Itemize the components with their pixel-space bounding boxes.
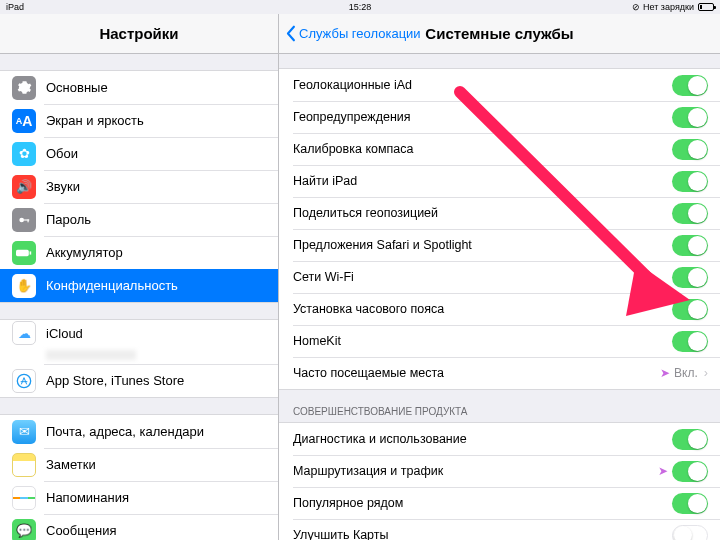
svg-point-0 (19, 217, 24, 222)
row-routing-traffic[interactable]: Маршрутизация и трафик➤ (279, 455, 720, 487)
sidebar-header: Настройки (0, 14, 278, 54)
row-geoalerts[interactable]: Геопредупреждения (279, 101, 720, 133)
sidebar-scroll[interactable]: Основные AA Экран и яркость ✿ Обои 🔊 Зву… (0, 54, 278, 540)
sidebar-item-sounds[interactable]: 🔊 Звуки (0, 170, 278, 203)
svg-rect-4 (30, 251, 32, 254)
sidebar-item-label: App Store, iTunes Store (46, 373, 266, 388)
switch-popular-near[interactable] (672, 493, 708, 514)
switch-wifi[interactable] (672, 267, 708, 288)
switch-timezone[interactable] (672, 299, 708, 320)
back-label: Службы геолокации (299, 26, 421, 41)
sidebar-group-cloud: ☁ iCloud App Store, iTunes Store (0, 319, 278, 398)
flower-icon: ✿ (12, 142, 36, 166)
switch-improve-maps[interactable] (672, 525, 708, 541)
switch-findmy[interactable] (672, 171, 708, 192)
system-services-group: Геолокационные iAd Геопредупреждения Кал… (279, 68, 720, 390)
sidebar-item-label: iCloud (46, 326, 266, 341)
battery-full-icon (12, 241, 36, 265)
messages-icon: 💬 (12, 519, 36, 541)
appstore-icon (12, 369, 36, 393)
hand-icon: ✋ (12, 274, 36, 298)
row-compass[interactable]: Калибровка компаса (279, 133, 720, 165)
row-iad[interactable]: Геолокационные iAd (279, 69, 720, 101)
letter-a-icon: AA (12, 109, 36, 133)
sidebar-item-battery[interactable]: Аккумулятор (0, 236, 278, 269)
location-arrow-icon: ➤ (660, 366, 670, 380)
section-header-product-improvement: СОВЕРШЕНСТВОВАНИЕ ПРОДУКТА (279, 390, 720, 422)
sidebar-item-messages[interactable]: 💬 Сообщения (0, 514, 278, 540)
chevron-right-icon: › (704, 366, 708, 380)
sidebar-item-label: Звуки (46, 179, 266, 194)
reminders-icon (12, 486, 36, 510)
sidebar-item-display[interactable]: AA Экран и яркость (0, 104, 278, 137)
device-label: iPad (6, 2, 24, 12)
svg-rect-2 (28, 219, 29, 222)
sidebar-item-privacy[interactable]: ✋ Конфиденциальность (0, 269, 278, 302)
status-bar: iPad 15:28 ⊘ Нет зарядки (0, 0, 720, 14)
icloud-account-label (46, 350, 136, 360)
sidebar-item-reminders[interactable]: Напоминания (0, 481, 278, 514)
settings-sidebar: Настройки Основные AA Экран и яркость ✿ … (0, 14, 279, 540)
row-safari-spotlight[interactable]: Предложения Safari и Spotlight (279, 229, 720, 261)
mail-icon: ✉ (12, 420, 36, 444)
notes-icon (12, 453, 36, 477)
detail-scroll[interactable]: Геолокационные iAd Геопредупреждения Кал… (279, 54, 720, 540)
row-frequent-locations[interactable]: Часто посещаемые места ➤ Вкл. › (279, 357, 720, 389)
location-arrow-icon: ➤ (658, 464, 668, 478)
switch-safari-spotlight[interactable] (672, 235, 708, 256)
switch-compass[interactable] (672, 139, 708, 160)
sidebar-item-mail[interactable]: ✉ Почта, адреса, календари (0, 415, 278, 448)
back-button[interactable]: Службы геолокации (285, 14, 421, 53)
key-icon (12, 208, 36, 232)
row-homekit[interactable]: HomeKit (279, 325, 720, 357)
sidebar-item-label: Заметки (46, 457, 266, 472)
sidebar-item-general[interactable]: Основные (0, 71, 278, 104)
not-charging-icon: ⊘ (632, 2, 640, 12)
sidebar-item-passcode[interactable]: Пароль (0, 203, 278, 236)
row-detail-value: Вкл. (674, 366, 698, 380)
sidebar-item-notes[interactable]: Заметки (0, 448, 278, 481)
row-wifi[interactable]: Сети Wi-Fi (279, 261, 720, 293)
switch-iad[interactable] (672, 75, 708, 96)
sidebar-item-label: Обои (46, 146, 266, 161)
sidebar-item-label: Пароль (46, 212, 266, 227)
row-timezone[interactable]: Установка часового пояса (279, 293, 720, 325)
product-improvement-group: Диагностика и использование Маршрутизаци… (279, 422, 720, 540)
detail-header: Службы геолокации Системные службы (279, 14, 720, 54)
speaker-icon: 🔊 (12, 175, 36, 199)
sidebar-title: Настройки (99, 25, 178, 42)
row-popular-near[interactable]: Популярное рядом (279, 487, 720, 519)
sidebar-item-appstore[interactable]: App Store, iTunes Store (0, 364, 278, 397)
row-sharelocation[interactable]: Поделиться геопозицией (279, 197, 720, 229)
gear-icon (12, 76, 36, 100)
chevron-left-icon (285, 25, 296, 42)
sidebar-item-icloud[interactable]: ☁ iCloud (0, 320, 278, 346)
sidebar-item-wallpaper[interactable]: ✿ Обои (0, 137, 278, 170)
sidebar-item-label: Аккумулятор (46, 245, 266, 260)
sidebar-group-apps: ✉ Почта, адреса, календари Заметки Напом… (0, 414, 278, 540)
sidebar-group-device: Основные AA Экран и яркость ✿ Обои 🔊 Зву… (0, 70, 278, 303)
svg-point-5 (17, 374, 30, 387)
row-diagnostics[interactable]: Диагностика и использование (279, 423, 720, 455)
sidebar-item-label: Сообщения (46, 523, 266, 538)
sidebar-item-label: Экран и яркость (46, 113, 266, 128)
sidebar-item-icloud-sub (0, 346, 278, 364)
row-findmy[interactable]: Найти iPad (279, 165, 720, 197)
cloud-icon: ☁ (12, 321, 36, 345)
switch-diagnostics[interactable] (672, 429, 708, 450)
switch-routing-traffic[interactable] (672, 461, 708, 482)
row-improve-maps[interactable]: Улучшить Карты (279, 519, 720, 540)
svg-rect-3 (16, 249, 29, 255)
switch-sharelocation[interactable] (672, 203, 708, 224)
battery-icon (698, 3, 714, 11)
detail-pane: Службы геолокации Системные службы Геоло… (279, 14, 720, 540)
clock: 15:28 (349, 2, 372, 12)
sidebar-item-label: Конфиденциальность (46, 278, 266, 293)
charge-label: Нет зарядки (643, 2, 694, 12)
switch-homekit[interactable] (672, 331, 708, 352)
sidebar-item-label: Напоминания (46, 490, 266, 505)
sidebar-item-label: Почта, адреса, календари (46, 424, 266, 439)
sidebar-item-label: Основные (46, 80, 266, 95)
switch-geoalerts[interactable] (672, 107, 708, 128)
